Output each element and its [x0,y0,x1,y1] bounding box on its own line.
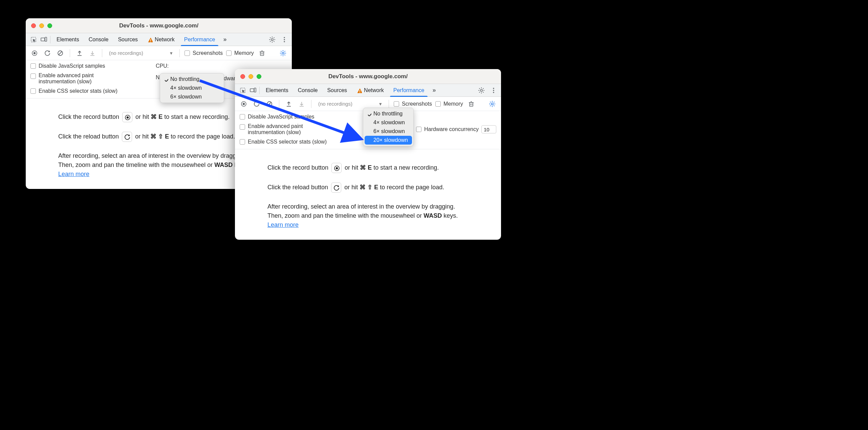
separator [70,49,70,57]
hardware-concurrency-label: Hardware concurrency [424,126,479,132]
performance-toolbar: (no recordings) ▾ Screenshots Memory [26,46,292,60]
kebab-menu-icon[interactable] [280,35,289,44]
css-stats-checkbox[interactable]: Enable CSS selector stats (slow) [240,139,355,145]
settings-icon[interactable] [267,35,277,44]
tab-console[interactable]: Console [84,33,113,46]
capture-settings-icon[interactable] [487,99,497,109]
cpu-throttling-menu[interactable]: No throttling 4× slowdown 6× slowdown [160,73,224,103]
minimize-button[interactable] [248,74,253,79]
chevron-down-icon: ▾ [379,101,382,107]
traffic-lights [31,18,52,33]
minimize-button[interactable] [39,23,44,28]
close-button[interactable] [31,23,36,28]
reload-record-button[interactable] [252,99,261,109]
tab-elements[interactable]: Elements [261,84,293,96]
device-toggle-icon[interactable] [39,36,49,43]
upload-icon[interactable] [284,99,294,109]
warning-icon [356,88,362,93]
settings-icon[interactable] [477,86,486,95]
tab-sources[interactable]: Sources [113,33,143,46]
zoom-button[interactable] [47,23,52,28]
learn-more-link[interactable]: Learn more [58,171,89,177]
collect-garbage-icon[interactable] [257,48,267,58]
throttle-option-6x[interactable]: 6× slowdown [363,127,413,136]
panel-tab-strip: Elements Console Sources Network Perform… [235,84,501,97]
hardware-concurrency-input[interactable] [481,125,496,133]
reload-icon [331,182,341,193]
tab-network[interactable]: Network [143,33,179,46]
screenshots-checkbox[interactable]: Screenshots [185,50,223,56]
css-stats-checkbox[interactable]: Enable CSS selector stats (slow) [30,88,146,94]
tab-performance[interactable]: Performance [179,33,220,46]
download-icon[interactable] [297,99,306,109]
chevron-down-icon: ▾ [170,50,173,56]
warning-icon [147,37,153,42]
more-tabs-icon[interactable]: » [220,36,230,43]
panel-tab-strip: Elements Console Sources Network Perform… [26,33,292,46]
throttle-option-20x[interactable]: 20× slowdown [365,136,412,145]
inspect-icon[interactable] [238,87,248,94]
tab-sources[interactable]: Sources [322,84,352,96]
kebab-menu-icon[interactable] [489,86,498,95]
throttle-option-no-throttling[interactable]: No throttling [363,109,413,118]
throttle-option-4x[interactable]: 4× slowdown [160,84,224,92]
inspect-icon[interactable] [28,36,39,43]
record-button[interactable] [30,48,39,58]
clear-button[interactable] [265,99,274,109]
record-icon [122,112,132,122]
separator [102,49,102,57]
device-toggle-icon[interactable] [248,87,258,94]
recordings-label: (no recordings) [318,101,352,107]
more-tabs-icon[interactable]: » [429,87,439,94]
reload-record-button[interactable] [43,48,52,58]
disable-js-checkbox[interactable]: Disable JavaScript samples [30,63,146,69]
cpu-throttling-menu[interactable]: No throttling 4× slowdown 6× slowdown 20… [363,108,414,146]
window-title: DevTools - www.google.com/ [235,73,501,80]
recordings-dropdown[interactable]: (no recordings) ▾ [107,49,175,58]
recordings-label: (no recordings) [109,50,143,56]
divider [259,87,260,94]
memory-checkbox[interactable]: Memory [435,101,463,107]
record-hint: Click the record button or hit ⌘ E to st… [267,163,484,173]
tab-performance[interactable]: Performance [389,84,429,96]
throttle-option-6x[interactable]: 6× slowdown [160,92,224,101]
memory-checkbox[interactable]: Memory [226,50,254,56]
learn-more-link[interactable]: Learn more [267,221,299,228]
performance-content: Click the record button or hit ⌘ E to st… [235,149,501,244]
hw-checkbox[interactable] [416,127,421,132]
zoom-button[interactable] [257,74,261,79]
clear-button[interactable] [56,48,65,58]
separator [179,49,180,57]
close-button[interactable] [240,74,245,79]
throttle-option-no-throttling[interactable]: No throttling [160,75,224,84]
instructions: After recording, select an area of inter… [267,202,484,230]
title-bar: DevTools - www.google.com/ [26,18,292,33]
tab-elements[interactable]: Elements [52,33,84,46]
download-icon[interactable] [88,48,97,58]
tab-console[interactable]: Console [293,84,323,96]
check-icon [164,77,168,82]
capture-settings-icon[interactable] [278,48,288,58]
traffic-lights [240,69,261,84]
checkbox-icon [185,50,190,56]
title-bar: DevTools - www.google.com/ [235,69,501,84]
tab-network[interactable]: Network [352,84,389,96]
divider [50,36,50,43]
advanced-paint-checkbox[interactable]: Enable advanced paint instrumentation (s… [240,123,355,135]
collect-garbage-icon[interactable] [466,99,476,109]
advanced-paint-checkbox[interactable]: Enable advanced paint instrumentation (s… [30,72,146,85]
reload-icon [122,132,132,142]
cpu-label: CPU: [156,63,177,69]
disable-js-checkbox[interactable]: Disable JavaScript samples [240,114,355,120]
record-button[interactable] [239,99,248,109]
screenshots-checkbox[interactable]: Screenshots [394,101,432,107]
devtools-window-2: DevTools - www.google.com/ Elements Cons… [235,69,501,240]
record-icon [331,163,342,173]
check-icon [367,111,371,116]
upload-icon[interactable] [75,48,84,58]
reload-hint: Click the reload button or hit ⌘ ⇧ E to … [267,182,484,193]
recordings-dropdown[interactable]: (no recordings) ▾ [316,100,384,108]
checkbox-icon [226,50,232,56]
throttle-option-4x[interactable]: 4× slowdown [363,118,413,127]
window-title: DevTools - www.google.com/ [26,22,292,29]
